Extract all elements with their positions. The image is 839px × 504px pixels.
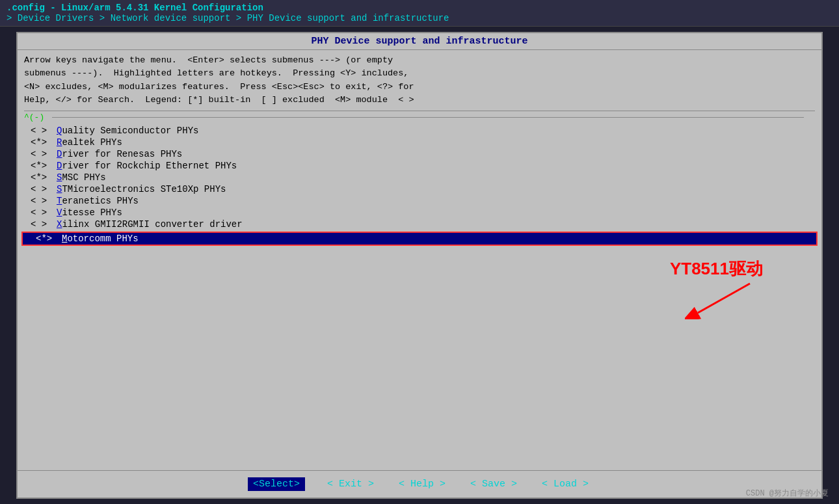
exit-button[interactable]: < Exit > [325, 477, 377, 491]
item-label: Quality Semiconductor PHYs [57, 126, 198, 136]
menu-list: < > Quality Semiconductor PHYs <*> Realt… [18, 124, 821, 470]
menu-item-rockchip[interactable]: <*> Driver for Rockchip Ethernet PHYs [18, 160, 821, 172]
item-label: Driver for Rockchip Ethernet PHYs [57, 161, 237, 171]
item-indicator: < > [31, 126, 57, 136]
hotkey: T [57, 196, 62, 206]
title-line1: .config - Linux/arm 5.4.31 Kernel Config… [7, 3, 832, 13]
menu-item-smsc[interactable]: <*> SMSC PHYs [18, 172, 821, 183]
item-indicator: < > [31, 184, 57, 194]
bottom-buttons: <Select> < Exit > < Help > < Save > < Lo… [18, 470, 821, 497]
item-indicator: < > [31, 149, 57, 159]
select-button[interactable]: <Select> [248, 477, 305, 491]
watermark: CSDN @努力自学的小夏 [746, 488, 829, 499]
item-indicator: <*> [31, 172, 57, 183]
hotkey: X [57, 219, 62, 230]
hotkey: D [57, 161, 62, 171]
dialog-box: PHY Device support and infrastructure Ar… [16, 32, 823, 499]
item-indicator: <*> [31, 161, 57, 171]
item-label: Vitesse PHYs [57, 207, 122, 218]
hotkey: V [57, 207, 62, 218]
item-label: Realtek PHYs [57, 137, 122, 148]
item-label: Driver for Renesas PHYs [57, 149, 182, 159]
terminal-window: .config - Linux/arm 5.4.31 Kernel Config… [0, 0, 839, 504]
hotkey: R [57, 137, 62, 148]
separator-text: ^(-) [24, 113, 44, 122]
item-indicator: < > [31, 219, 57, 230]
menu-item-renesas[interactable]: < > Driver for Renesas PHYs [18, 148, 821, 160]
hotkey: S [57, 172, 62, 183]
title-bar: .config - Linux/arm 5.4.31 Kernel Config… [0, 0, 839, 27]
item-indicator: < > [31, 207, 57, 218]
main-content: PHY Device support and infrastructure Ar… [0, 27, 839, 504]
menu-item-quality[interactable]: < > Quality Semiconductor PHYs [18, 125, 821, 137]
menu-item-vitesse[interactable]: < > Vitesse PHYs [18, 207, 821, 219]
hotkey: Q [57, 126, 62, 136]
item-indicator: < > [31, 196, 57, 206]
item-label: STMicroelectronics STe10Xp PHYs [57, 184, 226, 194]
separator: ^(-) [24, 111, 815, 124]
hotkey: M [62, 233, 67, 244]
item-label: SMSC PHYs [57, 172, 106, 183]
menu-item-stmicro[interactable]: < > STMicroelectronics STe10Xp PHYs [18, 183, 821, 195]
dialog-title: PHY Device support and infrastructure [18, 33, 821, 50]
menu-item-xilinx[interactable]: < > Xilinx GMII2RGMII converter driver [18, 219, 821, 230]
title-line2: > Device Drivers > Network device suppor… [7, 13, 832, 23]
menu-item-realtek[interactable]: <*> Realtek PHYs [18, 137, 821, 148]
item-label: Xilinx GMII2RGMII converter driver [57, 219, 243, 230]
item-label: Teranetics PHYs [57, 196, 139, 206]
item-label: Motorcomm PHYs [62, 233, 139, 244]
hotkey: D [57, 149, 62, 159]
load-button[interactable]: < Load > [539, 477, 591, 491]
save-button[interactable]: < Save > [468, 477, 520, 491]
item-indicator: <*> [31, 137, 57, 148]
hotkey: S [57, 184, 62, 194]
help-text: Arrow keys navigate the menu. <Enter> se… [18, 50, 821, 111]
menu-item-motorcomm[interactable]: <*> Motorcomm PHYs [23, 233, 816, 245]
help-button[interactable]: < Help > [396, 477, 448, 491]
item-indicator: <*> [36, 233, 62, 244]
menu-item-teranetics[interactable]: < > Teranetics PHYs [18, 195, 821, 207]
